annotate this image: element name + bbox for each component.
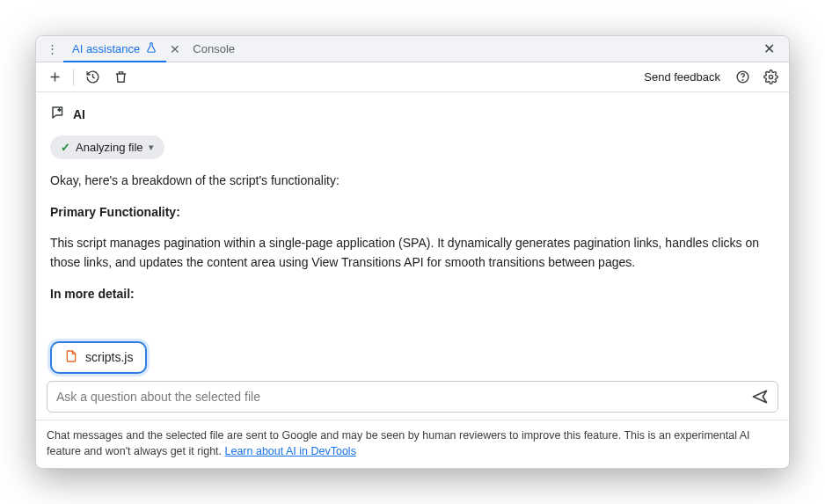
settings-button[interactable] [761, 68, 780, 87]
tab-label: Console [193, 42, 235, 55]
chat-content: AI ✓ Analyzing file ▾ Okay, here's a bre… [36, 92, 789, 341]
send-feedback-link[interactable]: Send feedback [644, 70, 720, 84]
message-heading-1: Primary Functionality: [50, 203, 775, 223]
context-area: scripts.js [36, 341, 789, 381]
toolbar: Send feedback [36, 62, 789, 92]
svg-point-1 [742, 80, 743, 81]
tab-ai-assistance[interactable]: AI assistance [63, 37, 166, 62]
help-button[interactable] [733, 68, 752, 87]
footer-text: Chat messages and the selected file are … [47, 429, 750, 457]
svg-point-2 [769, 75, 772, 78]
toolbar-divider [73, 69, 74, 85]
sparkle-icon [50, 105, 66, 123]
panel-close-icon[interactable]: ✕ [755, 40, 784, 57]
check-icon: ✓ [61, 141, 70, 154]
tab-label: AI assistance [72, 42, 140, 55]
send-button[interactable] [751, 388, 769, 405]
chat-input-row [47, 381, 778, 413]
message-body-1: This script manages pagination within a … [50, 234, 775, 272]
ai-heading-text: AI [73, 107, 85, 121]
footer-disclaimer: Chat messages and the selected file are … [36, 420, 789, 468]
tab-menu-icon[interactable]: ⋮ [41, 40, 63, 57]
devtools-panel: ⋮ AI assistance ✕ Console ✕ Send feedbac… [35, 35, 790, 469]
tab-bar: ⋮ AI assistance ✕ Console ✕ [36, 36, 789, 62]
message-heading-2: In more detail: [50, 285, 775, 304]
history-button[interactable] [83, 68, 102, 87]
status-label: Analyzing file [76, 141, 143, 154]
new-chat-button[interactable] [45, 68, 64, 87]
chat-input[interactable] [56, 390, 751, 404]
selected-file-chip[interactable]: scripts.js [50, 341, 147, 374]
tab-console[interactable]: Console [184, 36, 244, 62]
status-chip[interactable]: ✓ Analyzing file ▾ [50, 135, 164, 159]
message-intro: Okay, here's a breakdown of the script's… [50, 172, 775, 191]
ai-heading: AI [50, 105, 775, 123]
footer-link[interactable]: Learn about AI in DevTools [225, 445, 356, 457]
selected-file-name: scripts.js [85, 350, 133, 364]
chevron-down-icon: ▾ [149, 142, 154, 153]
file-icon [64, 349, 78, 366]
flask-icon [145, 41, 157, 56]
tab-close-ai[interactable]: ✕ [166, 42, 184, 56]
delete-button[interactable] [111, 68, 130, 87]
